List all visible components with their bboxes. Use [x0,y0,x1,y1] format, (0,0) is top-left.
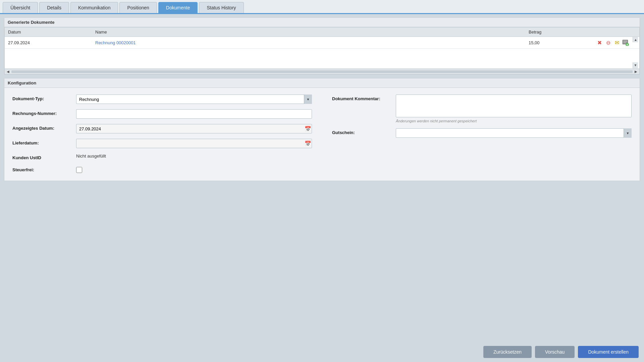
scroll-right-arrow[interactable]: ▶ [633,69,639,74]
scroll-down-arrow[interactable]: ▼ [633,62,638,68]
cell-scroll-area: ▲ [633,37,639,49]
doc-table: Datum Name Betrag 27.09.2024 [5,27,639,69]
lieferdatum-row: Lieferdatum: 📅 [12,139,312,148]
gutschein-control: ▼ [396,128,632,138]
dokument-kommentar-row: Dokument Kommentar: Änderungen werden ni… [332,95,632,123]
form-left: Dokument-Typ: Rechnung Gutschrift Liefer… [12,95,312,174]
steuerfrei-label: Steuerfrei: [12,166,73,172]
tab-details[interactable]: Details [39,2,69,13]
angezeigtes-datum-wrapper: 📅 [76,124,312,133]
gutschein-select-wrapper: ▼ [396,128,632,138]
scroll-down-cell: ▼ [633,49,639,69]
rechnungs-nummer-label: Rechnungs-Nummer: [12,109,73,116]
steuerfrei-row: Steuerfrei: [12,166,312,174]
col-betrag: Betrag [525,27,592,37]
svg-rect-1 [623,41,627,41]
tab-ubersicht[interactable]: Übersicht [3,2,38,13]
konfiguration-body: Dokument-Typ: Rechnung Gutschrift Liefer… [4,88,640,181]
col-actions [592,27,633,37]
steuerfrei-control [76,166,312,174]
angezeigtes-datum-calendar-icon[interactable]: 📅 [305,126,311,132]
scroll-up-arrow[interactable]: ▲ [633,37,638,42]
cell-betrag: 15,00 [525,37,592,49]
kunden-ustid-control: Nicht ausgefüllt [76,154,312,159]
dokument-typ-label: Dokument-Typ: [12,95,73,101]
lieferdatum-label: Lieferdatum: [12,139,73,145]
preview-button[interactable]: Vorschau [535,346,575,358]
svg-rect-3 [623,43,626,43]
reset-button[interactable]: Zurücksetzen [483,346,532,358]
lieferdatum-control: 📅 [76,139,312,148]
cell-datum: 27.09.2024 [5,37,92,49]
tab-positionen[interactable]: Positionen [119,2,157,13]
form-right: Dokument Kommentar: Änderungen werden ni… [332,95,632,174]
kunden-ustid-label: Kunden UstID [12,154,73,160]
angezeigtes-datum-label: Angezeigtes Datum: [12,124,73,131]
generierte-dokumente-panel: Generierte Dokumente Datum Name Betrag [4,17,640,75]
gutschein-row: Gutschein: ▼ [332,128,632,138]
konfiguration-panel: Konfiguration Dokument-Typ: Rechnung [4,78,640,181]
form-grid: Dokument-Typ: Rechnung Gutschrift Liefer… [12,95,632,174]
svg-rect-2 [623,42,627,42]
cell-actions: ✖ ⊖ ✉ [592,37,633,49]
dokument-kommentar-textarea[interactable] [396,95,632,117]
col-name: Name [92,27,525,37]
action-buttons: ✖ ⊖ ✉ [596,39,629,46]
bottom-bar: Zurücksetzen Vorschau Dokument erstellen [0,342,644,362]
lieferdatum-input[interactable] [76,139,312,148]
dokument-typ-row: Dokument-Typ: Rechnung Gutschrift Liefer… [12,95,312,104]
table-header-row: Datum Name Betrag [5,27,639,37]
gutschein-select[interactable] [396,128,632,138]
dokument-typ-select[interactable]: Rechnung Gutschrift Lieferschein [76,95,312,104]
doc-link[interactable]: Rechnung 00020001 [95,40,136,45]
app-container: Übersicht Details Kommunikation Position… [0,0,644,362]
gutschein-label: Gutschein: [332,128,392,135]
kunden-ustid-value: Nicht ausgefüllt [76,152,106,159]
rechnungs-nummer-control [76,109,312,119]
angezeigtes-datum-row: Angezeigtes Datum: 📅 [12,124,312,133]
dokument-typ-control: Rechnung Gutschrift Lieferschein ▼ [76,95,312,104]
svg-text:+: + [626,43,628,46]
rechnungs-nummer-input[interactable] [76,109,312,119]
tab-status-history[interactable]: Status History [199,2,244,13]
table-row: 27.09.2024 Rechnung 00020001 15,00 ✖ ⊖ [5,37,639,49]
dokument-typ-select-wrapper: Rechnung Gutschrift Lieferschein ▼ [76,95,312,104]
add-icon[interactable]: + [622,39,629,46]
konfiguration-title: Konfiguration [4,78,640,88]
create-document-button[interactable]: Dokument erstellen [578,346,639,358]
tab-bar: Übersicht Details Kommunikation Position… [0,0,644,14]
empty-row: ▼ [5,49,639,69]
steuerfrei-checkbox[interactable] [76,167,82,173]
content-area: Generierte Dokumente Datum Name Betrag [0,14,644,342]
scroll-left-arrow[interactable]: ◀ [5,69,11,74]
delete-icon[interactable]: ✖ [596,39,603,46]
dokument-kommentar-control: Änderungen werden nicht permanent gespei… [396,95,632,123]
stop-icon[interactable]: ⊖ [604,39,612,46]
generierte-dokumente-title: Generierte Dokumente [4,18,640,27]
angezeigtes-datum-input[interactable] [76,124,312,133]
tab-dokumente[interactable]: Dokumente [158,2,198,13]
rechnungs-nummer-row: Rechnungs-Nummer: [12,109,312,119]
lieferdatum-calendar-icon[interactable]: 📅 [305,140,311,147]
dokument-kommentar-label: Dokument Kommentar: [332,95,392,101]
email-icon[interactable]: ✉ [613,39,621,46]
horizontal-scrollbar: ◀ ▶ [5,69,639,74]
lieferdatum-wrapper: 📅 [76,139,312,148]
angezeigtes-datum-control: 📅 [76,124,312,133]
cell-name: Rechnung 00020001 [92,37,525,49]
col-datum: Datum [5,27,92,37]
dokument-kommentar-hint: Änderungen werden nicht permanent gespei… [396,119,632,123]
col-scroll [633,27,639,37]
h-scroll-track [11,70,633,73]
kunden-ustid-row: Kunden UstID Nicht ausgefüllt [12,154,312,160]
doc-table-container: Datum Name Betrag 27.09.2024 [4,27,640,74]
tab-kommunikation[interactable]: Kommunikation [70,2,118,13]
